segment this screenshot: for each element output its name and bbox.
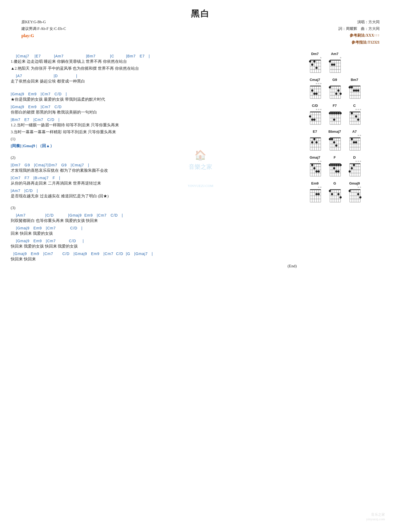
strum-ref: 参考刷法:XXX↑↑↑ [338,32,380,39]
lyric-line: (3) [11,205,302,211]
chord-line: |Gmaj9 Em9 |Cm7 C/D | [11,226,302,230]
svg-point-118 [337,112,340,114]
svg-point-168 [333,141,335,143]
svg-text:x: x [320,57,322,59]
svg-point-50 [315,93,318,95]
recommended-key: 建议男调:F-Ab-F 女:C-Eb-C [21,25,66,32]
chord-row: Gmaj7xxFDxxo [307,155,390,178]
svg-text:o: o [318,108,319,111]
chord-diagram: Cooo [347,104,362,126]
meta-left: 原KEY:G-Bb-G 建议男调:F-Ab-F 女:C-Eb-C play:G [21,19,66,40]
lyric-line: 才发现我的喜怒哀乐应犹在 都为了你的素脸朱颜不会改 [11,167,302,174]
song-title: 黑白 [11,8,390,20]
svg-point-30 [329,60,331,62]
chord-line: |A7 |D | [11,74,302,78]
svg-point-119 [340,112,342,114]
svg-text:x: x [318,160,319,162]
chord-name: Bbmaj7 [329,130,341,134]
svg-point-14 [313,60,315,62]
svg-point-223 [333,167,335,169]
chord-line: |Am7 |C/D | [11,189,302,193]
svg-point-66 [340,93,342,95]
lyric-line: 你那白的裙摆 那黑的刘海 教我说美丽的一句对白 [11,109,302,115]
svg-point-16 [315,67,318,69]
svg-point-201 [311,164,313,166]
chord-line: |Am7 |C/D |Gmaj9 Em9 |Cm7 C/D | [11,213,302,217]
section-gap [11,200,302,205]
svg-point-259 [318,193,320,195]
svg-point-203 [315,170,318,173]
svg-point-138 [357,119,359,121]
chord-row: C/DxooF7Cooo [307,104,390,126]
svg-point-63 [329,86,331,88]
svg-point-99 [309,115,311,118]
main-content: |Cmaj7 |E7 |Am7 |Bm7 |C |Bm7 E7 |1.傻起来 边… [11,52,390,270]
chord-svg: ooo [347,108,362,126]
chord-diagram: G [327,181,342,204]
svg-text:o: o [360,108,361,111]
svg-point-273 [337,193,340,195]
svg-point-272 [329,190,331,192]
svg-point-290 [349,190,351,192]
svg-point-166 [329,138,331,140]
svg-point-225 [337,170,340,173]
lyric-line: (1) [11,136,302,142]
lyric-line: 从你的马路再走回来 二月再淌回来 世界再逆转过来 [11,180,302,186]
chord-diagram: Gmaj9xo [347,181,362,204]
chord-diagram: Bbmaj7 [327,130,342,152]
chord-line: |Cm7 F7 |B♭maj7 F | [11,176,302,180]
chord-name: C [353,104,356,108]
section-gap [11,85,302,90]
chord-diagram: F7 [327,104,342,126]
svg-point-258 [315,193,318,195]
chord-name: G [333,181,336,185]
chord-diagram: Cmaj7ooo [307,78,322,100]
svg-text:o: o [360,160,361,162]
svg-point-242 [351,167,353,169]
svg-point-79 [349,86,351,88]
svg-point-101 [313,119,315,121]
svg-point-274 [340,196,342,198]
svg-point-202 [313,167,315,169]
svg-point-217 [329,164,331,166]
chord-row: Cmaj7oooG9Bm7 [307,78,390,100]
svg-point-218 [331,164,333,166]
lyric-line: ★你是我爱的女孩 最爱的女孩 带我到温柔的默片时代 [11,96,302,103]
original-key: 原KEY:G-Bb-G [21,19,66,25]
lyrics-section: |Cmaj7 |E7 |Am7 |Bm7 |C |Bm7 E7 |1.傻起来 边… [11,52,302,270]
svg-point-152 [311,141,313,143]
svg-point-80 [351,86,353,88]
chord-name: E7 [313,130,317,134]
lyric-line: 快回来 我爱的女孩 快回来 我爱的女孩 [11,243,302,249]
svg-text:o: o [360,134,361,136]
svg-point-186 [355,141,357,143]
chord-svg: xo [347,134,362,152]
chord-name: G9 [332,78,337,82]
svg-point-32 [333,64,335,66]
svg-point-224 [335,170,337,173]
chord-line: |Dm7 G9 |Cmaj7|Dm7 G9 |Cmaj7 | [11,163,302,167]
chord-svg [327,186,342,204]
chord-diagram: G9 [327,78,342,100]
svg-text:o: o [318,186,319,188]
chord-svg: xo [347,186,362,204]
svg-text:x: x [316,108,317,111]
page: 黑白 原KEY:G-Bb-G 建议男调:F-Ab-F 女:C-Eb-C play… [0,0,401,532]
svg-point-49 [313,93,315,95]
chord-diagram: F [327,155,342,178]
svg-text:o: o [360,186,361,188]
svg-text:x: x [358,134,359,136]
chord-name: A7 [352,130,357,134]
play-key: play:G [21,32,66,40]
svg-text:o: o [320,83,322,85]
lyric-line: ▲2.艳阳天 为你张开 手中的蓝风筝 也为你摇和摆 世界不再 你依然在站台 [11,65,302,72]
svg-point-221 [337,164,340,166]
svg-point-220 [335,164,337,166]
svg-point-31 [331,64,333,66]
chord-diagram: Am7o [327,52,342,74]
chord-name: Cmaj7 [310,78,320,82]
chord-line: |Gmaj9 Em9 |Cm7 C/D | [11,239,302,243]
svg-point-169 [335,144,337,147]
chord-svg [307,134,322,152]
svg-point-291 [357,193,359,195]
